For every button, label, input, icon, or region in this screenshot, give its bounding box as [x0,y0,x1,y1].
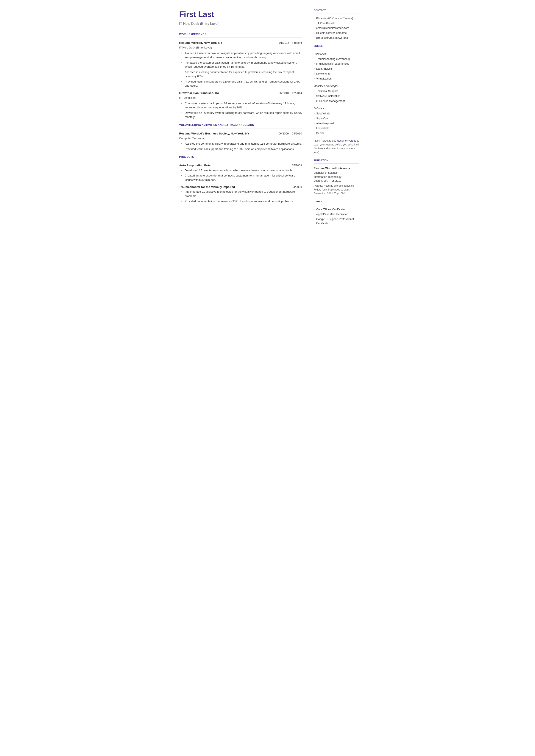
education-school: Resume Worded University [314,166,359,170]
skills-section: SKILLS Hard Skills: Troubleshooting (Adv… [314,44,359,154]
contact-item: github.com/resumeworded [314,36,359,40]
project-1-date: 05/2009 [292,163,302,168]
education-location: Boston, MA — 05/2010 [314,179,359,183]
job-1-bullets: Trained 2K users on how to navigate appl… [179,51,302,88]
education-degree: Bachelor of Science [314,171,359,175]
other-item: Google IT Support Professional Certifica… [314,217,359,225]
contact-item: +1-234-456-789 [314,21,359,25]
education-field: Information Technology [314,175,359,179]
contact-list: Phoenix, AZ (Open to Remote) +1-234-456-… [314,16,359,40]
projects-title: PROJECTS [179,155,302,159]
other-item: CompTIA A+ Certification. [314,208,359,211]
contact-divider [314,14,359,14]
software-list: SolarWinds SuperOps Atera Helpdesk Fresh… [314,112,359,135]
work-experience-section: WORK EXPERIENCE Resume Worded, New York,… [179,32,302,119]
contact-item: email@resumeworded.com [314,26,359,30]
other-item: AppleCare Mac Technician. [314,212,359,216]
volunteer-role: Computer Technician [179,136,302,141]
applicant-title: IT Help Desk (Entry Level) [179,21,302,26]
job-1: Resume Worded, New York, NY 01/2015 – Pr… [179,41,302,88]
industry-skills-list: Technical Support Software Installation … [314,89,359,103]
other-section: OTHER CompTIA A+ Certification. AppleCar… [314,200,359,225]
skill-item: IT Service Management [314,99,359,103]
job-1-dates: 01/2015 – Present [279,41,302,45]
other-list: CompTIA A+ Certification. AppleCare Mac … [314,208,359,225]
bullet-item: Provided documentation that resolves 95%… [182,199,302,204]
project-2-date: 04/2009 [292,185,302,189]
skill-item: Data Analysis [314,67,359,71]
resume-worded-note: • Don't forget to use Resume Worded to s… [314,139,359,154]
resume-worded-link[interactable]: Resume Worded [337,139,356,142]
job-1-header: Resume Worded, New York, NY 01/2015 – Pr… [179,41,302,45]
skill-item: SolarWinds [314,112,359,116]
volunteer-bullets: Assisted the community library in upgrad… [179,142,302,151]
contact-title: CONTACT [314,9,359,12]
skill-item: Troubleshooting (Advanced) [314,57,359,61]
volunteering-title: VOLUNTEERING ACTIVITIES AND EXTRACURRICU… [179,123,302,127]
bullet-item: Provided technical support via 120 phone… [182,79,302,88]
project-1-header: Auto Responding Bots 05/2009 [179,163,302,168]
bullet-item: Developed 15 remote assistance bots, whi… [182,168,302,173]
skills-title: SKILLS [314,44,359,48]
header-block: First Last IT Help Desk (Entry Level) [179,9,302,26]
contact-item: Phoenix, AZ (Open to Remote) [314,16,359,20]
project-1-bullets: Developed 15 remote assistance bots, whi… [179,168,302,182]
job-2-bullets: Conducted system backups on 14 servers a… [179,101,302,119]
hard-skills-list: Troubleshooting (Advanced) IT diagnostic… [314,57,359,81]
bullet-item: Assisted the community library in upgrad… [182,142,302,146]
job-2-header: Growthsi, San Francisco, CA 06/2010 – 12… [179,91,302,95]
job-1-org: Resume Worded, New York, NY [179,41,222,45]
bullet-item: Created an autoresponder that connects c… [182,174,302,182]
skill-item: Freshdesk [314,126,359,130]
contact-item: linkedin.com/in/username [314,31,359,35]
hard-skills-label: Hard Skills: [314,52,359,56]
right-column: CONTACT Phoenix, AZ (Open to Remote) +1-… [309,0,365,274]
job-2-dates: 06/2010 – 12/2014 [279,91,302,95]
volunteer-job-1-header: Resume Worded's Business Society, New Yo… [179,131,302,136]
bullet-item: Provided technical support and training … [182,147,302,151]
skill-item: Atera Helpdesk [314,122,359,126]
project-1: Auto Responding Bots 05/2009 Developed 1… [179,163,302,182]
education-section: EDUCATION Resume Worded University Bache… [314,159,359,195]
skill-item: Networking [314,72,359,76]
project-1-title: Auto Responding Bots [179,163,211,168]
volunteer-dates: 06/2009 – 04/2010 [279,131,302,136]
bullet-item: Implemented 21 assistive technologies fo… [182,190,302,198]
volunteering-section: VOLUNTEERING ACTIVITIES AND EXTRACURRICU… [179,123,302,151]
skills-divider [314,49,359,49]
skill-item: Software Installation [314,94,359,98]
other-title: OTHER [314,200,359,204]
skill-item: IT diagnostics (Experienced) [314,62,359,66]
skill-item: Dezide [314,131,359,135]
job-2: Growthsi, San Francisco, CA 06/2010 – 12… [179,91,302,119]
bullet-item: Conducted system backups on 14 servers a… [182,101,302,110]
project-2-bullets: Implemented 21 assistive technologies fo… [179,190,302,204]
bullet-item: Increased the customer satisfaction rati… [182,61,302,69]
work-experience-title: WORK EXPERIENCE [179,32,302,36]
skill-item: SuperOps [314,117,359,121]
project-2-header: Troubleshooter for the Visually Impaired… [179,185,302,189]
projects-section: PROJECTS Auto Responding Bots 05/2009 De… [179,155,302,204]
volunteer-job-1: Resume Worded's Business Society, New Yo… [179,131,302,151]
education-awards: Awards: Resume Worded Teaching Fellow (o… [314,184,359,195]
project-2-title: Troubleshooter for the Visually Impaired [179,185,235,189]
volunteer-org: Resume Worded's Business Society, New Yo… [179,131,249,136]
project-2: Troubleshooter for the Visually Impaired… [179,185,302,204]
applicant-name: First Last [179,9,302,20]
industry-skills-label: Industry Knowledge: [314,84,359,88]
education-divider [314,163,359,164]
skill-item: Virtualization [314,77,359,81]
job-2-role: IT Technician [179,96,302,100]
education-title: EDUCATION [314,159,359,162]
contact-section: CONTACT Phoenix, AZ (Open to Remote) +1-… [314,9,359,40]
skill-item: Technical Support [314,89,359,93]
bullet-item: Assisted in creating documentation for e… [182,70,302,78]
job-1-role: IT Help Desk (Entry Level) [179,45,302,50]
bullet-item: Trained 2K users on how to navigate appl… [182,51,302,60]
projects-divider [179,160,302,160]
software-label: Software: [314,106,359,111]
left-column: First Last IT Help Desk (Entry Level) WO… [171,0,309,274]
bullet-item: Developed an inventory system tracking f… [182,111,302,119]
job-2-org: Growthsi, San Francisco, CA [179,91,219,95]
volunteering-divider [179,128,302,128]
